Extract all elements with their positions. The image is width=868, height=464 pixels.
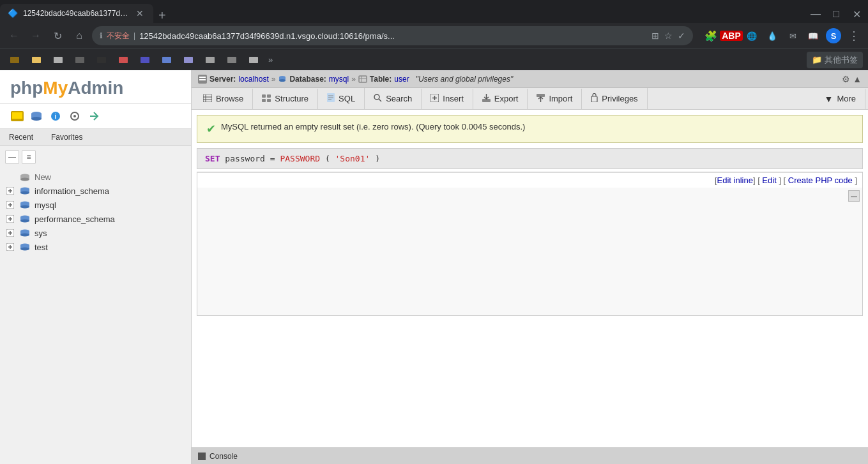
db-icon[interactable] [29, 109, 43, 123]
server-icon [198, 75, 207, 84]
bookmark-item[interactable] [157, 54, 176, 66]
droplet-icon[interactable]: 💧 [763, 27, 781, 45]
svg-point-42 [20, 248, 29, 251]
bookmark-item[interactable] [70, 54, 89, 66]
result-wrapper: [Edit inline] [ Edit ] [ Create PHP code… [197, 172, 863, 316]
collapse-bc-icon[interactable]: ▲ [853, 74, 862, 84]
tab-insert[interactable]: Insert [422, 89, 473, 109]
tab-bar: 🔷 12542bdadc49caab6a1377d3... ✕ + — □ ✕ [0, 0, 868, 23]
security-icon: ℹ [100, 31, 103, 40]
expand-all-btn[interactable]: ≡ [22, 150, 36, 164]
db-item-sys[interactable]: sys [0, 226, 191, 240]
forward-button[interactable]: → [27, 27, 45, 45]
import-label: Import [549, 94, 572, 103]
bookmarks-more-btn[interactable]: » [266, 55, 275, 64]
admin-text: Admin [68, 78, 123, 98]
db-item-performance-schema[interactable]: performance_schema [0, 212, 191, 226]
svg-point-8 [73, 115, 76, 117]
table-link[interactable]: user [394, 75, 409, 84]
bookmark-item[interactable] [49, 54, 68, 66]
svg-rect-73 [591, 96, 597, 102]
address-input[interactable]: ℹ 不安全 | 12542bdadc49caab6a1377d34f96639d… [92, 26, 693, 45]
bookmark-item[interactable] [201, 54, 220, 66]
tab-browse[interactable]: Browse [194, 89, 253, 109]
sql-keyword-set: SET [205, 154, 220, 163]
server-link[interactable]: localhost [238, 75, 268, 84]
db-name-test: test [34, 243, 48, 252]
checkmark-icon[interactable]: ✓ [678, 31, 685, 41]
back-button[interactable]: ← [5, 27, 23, 45]
tab-more[interactable]: ▼ More [816, 89, 865, 109]
exit-icon[interactable] [87, 109, 101, 123]
profile-icon[interactable]: S [825, 27, 842, 45]
home-nav-icon[interactable] [10, 109, 24, 123]
my-text: My [43, 78, 68, 98]
php-text: php [10, 78, 43, 98]
tab-close-button[interactable]: ✕ [134, 8, 146, 19]
tab-favorites[interactable]: Favorites [42, 129, 91, 146]
create-php-link[interactable]: Create PHP code [788, 176, 853, 185]
active-tab[interactable]: 🔷 12542bdadc49caab6a1377d3... ✕ [0, 4, 153, 23]
bookmark-icon-5 [97, 57, 106, 63]
success-box: ✔ MySQL returned an empty result set (i.… [197, 115, 863, 143]
new-db-item[interactable]: New [0, 170, 191, 184]
reading-icon[interactable]: 📖 [804, 27, 822, 45]
console-bar[interactable]: Console [192, 447, 868, 464]
maximize-button[interactable]: □ [827, 5, 845, 23]
reload-button[interactable]: ↻ [49, 27, 66, 45]
svg-rect-59 [267, 99, 271, 102]
vpn-icon[interactable]: 🌐 [743, 27, 761, 45]
collapse-result-btn[interactable]: — [848, 190, 860, 202]
menu-icon[interactable]: ⋮ [845, 27, 863, 45]
sep1: » [271, 75, 276, 84]
bookmark-item[interactable] [5, 54, 24, 66]
edit-inline-link[interactable]: Edit inline [717, 176, 753, 185]
tab-structure[interactable]: Structure [253, 89, 318, 109]
bookmark-item[interactable] [179, 54, 198, 66]
tab-recent[interactable]: Recent [0, 129, 42, 146]
bookmark-item[interactable] [114, 54, 133, 66]
db-item-information-schema[interactable]: information_schema [0, 184, 191, 198]
bookmark-item[interactable] [135, 54, 155, 66]
other-bookmarks-folder[interactable]: 📁 其他书签 [807, 52, 863, 68]
svg-rect-44 [199, 77, 206, 78]
bookmark-item[interactable] [92, 54, 111, 66]
structure-icon [262, 94, 271, 104]
db-item-mysql[interactable]: mysql [0, 198, 191, 212]
home-button[interactable]: ⌂ [70, 27, 88, 45]
collapse-all-btn[interactable]: — [5, 150, 19, 164]
tab-privileges[interactable]: Privileges [582, 88, 647, 109]
minimize-button[interactable]: — [807, 5, 825, 23]
expand-icon [5, 228, 15, 238]
tab-sql[interactable]: SQL [318, 88, 365, 109]
tab-import[interactable]: Import [528, 89, 582, 109]
tab-search[interactable]: Search [365, 89, 422, 109]
server-label: Server: [209, 75, 236, 84]
close-button[interactable]: ✕ [848, 5, 865, 23]
folder-icon: 📁 [812, 55, 822, 64]
edit-link[interactable]: Edit [762, 176, 776, 185]
bookmark-icon[interactable]: ☆ [664, 31, 673, 41]
info-icon[interactable]: i [49, 109, 63, 123]
mail-icon[interactable]: ✉ [784, 27, 802, 45]
db-item-test[interactable]: test [0, 240, 191, 254]
export-icon [482, 94, 491, 104]
svg-rect-58 [262, 99, 266, 102]
success-message: MySQL returned an empty result set (i.e.… [221, 122, 525, 131]
translate-icon[interactable]: ⊞ [651, 31, 659, 41]
db-icon [19, 243, 31, 251]
bookmark-item[interactable] [222, 54, 241, 66]
settings-bc-icon[interactable]: ⚙ [842, 74, 850, 84]
sidebar: phpMyAdmin i Recent Favorites [0, 70, 192, 464]
url-text: 12542bdadc49caab6a1377d34f96639d.n1.vsgo… [139, 31, 648, 41]
settings-icon[interactable] [68, 109, 82, 123]
new-tab-button[interactable]: + [153, 8, 171, 23]
db-link[interactable]: mysql [329, 75, 349, 84]
bookmark-item[interactable] [244, 54, 263, 66]
bookmark-icon-11 [227, 57, 236, 63]
adblock-icon[interactable]: ABP [722, 27, 740, 45]
extensions-icon[interactable]: 🧩 [702, 27, 720, 45]
tab-export[interactable]: Export [473, 89, 528, 109]
main-content: phpMyAdmin i Recent Favorites [0, 70, 868, 464]
bookmark-item[interactable] [27, 54, 46, 66]
